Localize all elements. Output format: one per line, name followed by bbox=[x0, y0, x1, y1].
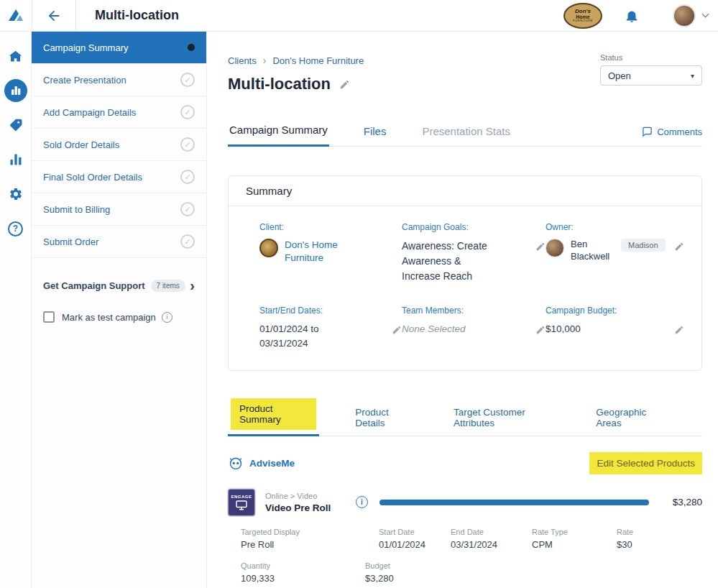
field-targeted-display: Targeted Display Pre Roll bbox=[241, 528, 379, 550]
summary-owner-cell: Owner: Ben Blackwell Madison bbox=[546, 222, 684, 284]
client-logo-image: Don's Home FURNITURE bbox=[563, 3, 602, 29]
field-rate-type: Rate Type CPM bbox=[532, 528, 617, 550]
icon-rail: ? bbox=[0, 32, 32, 588]
edit-team-pencil-icon[interactable] bbox=[535, 322, 546, 335]
breadcrumb-clients[interactable]: Clients bbox=[228, 55, 257, 66]
reports-chart-icon[interactable] bbox=[0, 142, 31, 177]
check-circle-icon: ✓ bbox=[180, 105, 195, 119]
field-start-date: Start Date 01/01/2024 bbox=[379, 528, 451, 550]
edit-budget-pencil-icon[interactable] bbox=[674, 322, 684, 335]
tab-geographic-areas[interactable]: Geographic Areas bbox=[593, 407, 669, 436]
adviseme-label: AdviseMe bbox=[249, 458, 295, 469]
comment-bubble-icon bbox=[642, 127, 653, 137]
summary-client-cell: Client: Don's Home Furniture bbox=[259, 222, 402, 284]
client-label: Client: bbox=[259, 222, 402, 232]
owner-name: Ben Blackwell bbox=[571, 239, 615, 263]
dates-label: Start/End Dates: bbox=[259, 306, 402, 316]
sidebar-item-final-sold-order-details[interactable]: Final Sold Order Details ✓ bbox=[32, 161, 206, 193]
user-avatar[interactable] bbox=[673, 4, 696, 27]
sidebar-item-add-campaign-details[interactable]: Add Campaign Details ✓ bbox=[32, 96, 206, 129]
sidebar-item-create-presentation[interactable]: Create Presentation ✓ bbox=[32, 64, 206, 96]
goals-value: Awareness: Create Awareness & Increase R… bbox=[402, 239, 497, 284]
sidebar-item-label: Final Sold Order Details bbox=[43, 172, 142, 183]
check-circle-icon: ✓ bbox=[180, 202, 195, 216]
sidebar-item-sold-order-details[interactable]: Sold Order Details ✓ bbox=[32, 129, 206, 161]
edit-dates-pencil-icon[interactable] bbox=[392, 322, 402, 335]
field-budget: Budget $3,280 bbox=[365, 561, 451, 584]
active-step-dot bbox=[188, 44, 195, 51]
check-circle-icon: ✓ bbox=[180, 234, 195, 249]
edit-selected-products-button[interactable]: Edit Selected Products bbox=[589, 452, 702, 474]
client-link[interactable]: Don's Home Furniture bbox=[285, 239, 364, 264]
tab-target-customer-attributes[interactable]: Target Customer Attributes bbox=[451, 407, 560, 436]
user-menu-chevron-down-icon[interactable] bbox=[702, 11, 709, 18]
team-label: Team Members: bbox=[402, 306, 546, 316]
breadcrumb-separator: › bbox=[263, 55, 267, 66]
status-select[interactable]: Open ▾ bbox=[600, 65, 702, 86]
help-icon[interactable]: ? bbox=[0, 211, 31, 246]
product-category: Online > Video bbox=[265, 492, 346, 500]
summary-body: Client: Don's Home Furniture Campaign Go… bbox=[229, 206, 701, 370]
back-button[interactable] bbox=[32, 8, 75, 24]
main-tabbar: Campaign Summary Files Presentation Stat… bbox=[228, 124, 702, 147]
app-window: Multi-location Don's Home FURNITURE bbox=[0, 0, 718, 588]
caret-down-icon: ▾ bbox=[691, 72, 694, 80]
sidebar-item-label: Campaign Summary bbox=[43, 42, 129, 53]
tags-icon[interactable] bbox=[0, 108, 31, 142]
edit-goals-pencil-icon[interactable] bbox=[535, 239, 546, 252]
status-value: Open bbox=[608, 70, 631, 81]
sidebar-item-label: Add Campaign Details bbox=[43, 107, 136, 118]
product-summary-highlight: Product Summary bbox=[231, 398, 316, 430]
status-box: Status Open ▾ bbox=[600, 53, 702, 86]
field-quantity: Quantity 109,333 bbox=[241, 561, 365, 584]
notifications-bell-icon[interactable] bbox=[624, 8, 640, 24]
summary-goals-cell: Campaign Goals: Awareness: Create Awaren… bbox=[402, 222, 546, 284]
engage-product-badge: ENGAGE bbox=[228, 489, 255, 516]
budget-value: $10,000 bbox=[546, 322, 581, 336]
info-icon[interactable]: i bbox=[162, 312, 172, 323]
test-campaign-label: Mark as test campaign bbox=[62, 312, 156, 323]
tab-presentation-stats[interactable]: Presentation Stats bbox=[420, 125, 512, 146]
app-logo-icon bbox=[6, 6, 25, 25]
comments-button[interactable]: Comments bbox=[642, 127, 702, 146]
home-icon[interactable] bbox=[0, 39, 31, 73]
client-logo-text-1: Don's bbox=[575, 9, 591, 14]
support-items-badge: 7 items bbox=[151, 280, 185, 292]
test-campaign-checkbox[interactable] bbox=[43, 311, 55, 323]
client-logo-small bbox=[259, 239, 278, 257]
robot-icon bbox=[228, 456, 244, 470]
summary-dates-cell: Start/End Dates: 01/01/2024 to 03/31/202… bbox=[259, 306, 402, 352]
settings-gear-icon[interactable] bbox=[0, 177, 31, 211]
adviseme-row: AdviseMe Edit Selected Products bbox=[228, 452, 702, 474]
breadcrumb-current[interactable]: Don's Home Furniture bbox=[272, 55, 364, 66]
goals-label: Campaign Goals: bbox=[402, 222, 546, 232]
summary-heading: Summary bbox=[229, 176, 701, 206]
budget-progress-fill bbox=[379, 500, 649, 505]
get-campaign-support[interactable]: Get Campaign Support 7 items › bbox=[32, 278, 206, 293]
topbar-title: Multi-location bbox=[95, 8, 179, 23]
edit-title-pencil-icon[interactable] bbox=[339, 79, 350, 90]
product-info-icon[interactable]: i bbox=[356, 496, 368, 508]
workflow-sidebar: Campaign Summary Create Presentation ✓ A… bbox=[32, 32, 207, 588]
sidebar-item-submit-order[interactable]: Submit Order ✓ bbox=[32, 226, 206, 258]
owner-label: Owner: bbox=[546, 222, 684, 232]
sidebar-item-submit-to-billing[interactable]: Submit to Billing ✓ bbox=[32, 193, 206, 226]
summary-budget-cell: Campaign Budget: $10,000 bbox=[546, 306, 684, 352]
tab-files[interactable]: Files bbox=[362, 125, 388, 146]
product-tabbar: Product Summary Product Details Target C… bbox=[228, 398, 702, 436]
sidebar-item-campaign-summary[interactable]: Campaign Summary bbox=[32, 32, 206, 64]
edit-owner-pencil-icon[interactable] bbox=[674, 239, 684, 252]
topbar-right: Don's Home FURNITURE bbox=[563, 3, 718, 29]
test-campaign-row: Mark as test campaign i bbox=[32, 311, 206, 323]
topbar-divider-2 bbox=[75, 0, 76, 32]
app-logo[interactable] bbox=[0, 6, 32, 25]
tab-campaign-summary[interactable]: Campaign Summary bbox=[228, 124, 329, 147]
status-label: Status bbox=[600, 53, 702, 62]
monitor-icon bbox=[236, 500, 247, 510]
tab-product-summary[interactable]: Product Summary bbox=[228, 398, 319, 436]
product-row-video-pre-roll: ENGAGE Online > Video Video Pre Roll i $… bbox=[228, 489, 702, 584]
tab-product-details[interactable]: Product Details bbox=[352, 407, 418, 436]
budget-label: Campaign Budget: bbox=[546, 306, 684, 316]
campaigns-icon[interactable] bbox=[0, 73, 31, 108]
adviseme-button[interactable]: AdviseMe bbox=[228, 456, 295, 470]
